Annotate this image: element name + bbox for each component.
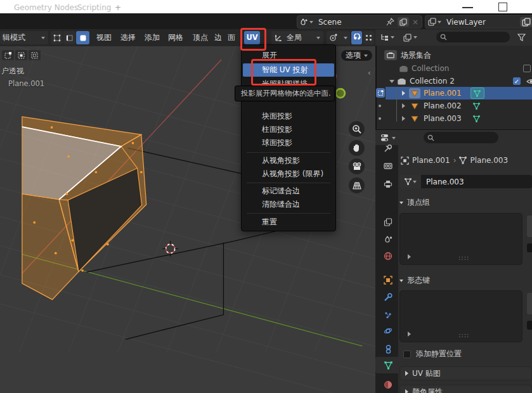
tab-view-layer[interactable]	[382, 216, 394, 228]
add-workspace-button[interactable]: +	[111, 0, 125, 16]
outliner-search-input[interactable]	[436, 32, 510, 42]
menu-item-mark-seam[interactable]: 标记缝合边	[243, 184, 334, 198]
properties-search-input[interactable]	[424, 132, 498, 143]
menu-uv[interactable]: UV	[244, 31, 260, 44]
vertex-group-specials-button[interactable]	[527, 243, 532, 252]
face-select-mode-button[interactable]	[76, 31, 89, 44]
mode-dropdown[interactable]: 辑模式	[0, 31, 48, 44]
mesh-data-icon[interactable]	[470, 101, 483, 111]
menu-item-smart-uv-project[interactable]: 智能 UV 投射	[243, 63, 334, 77]
new-viewlayer-button[interactable]	[520, 17, 532, 27]
viewlayer-selector[interactable]: ViewLayer	[425, 15, 532, 29]
mesh-name-input[interactable]: Plane.003	[421, 175, 532, 188]
mesh-data-icon[interactable]	[470, 113, 483, 124]
transform-orientation-dropdown[interactable]: 全局	[271, 31, 323, 44]
pan-hand-button[interactable]	[349, 140, 365, 156]
menu-mesh[interactable]: 网格	[168, 31, 183, 44]
tab-material[interactable]	[382, 378, 394, 391]
proportional-editing-button[interactable]	[363, 31, 374, 44]
rest-position-checkbox[interactable]	[403, 351, 411, 358]
pivot-point-dropdown[interactable]	[327, 31, 350, 44]
minimize-button[interactable]	[462, 7, 473, 8]
maximize-button[interactable]	[498, 3, 507, 11]
tab-world[interactable]	[382, 250, 394, 262]
outliner-row-plane-003[interactable]: Plane.003	[402, 112, 532, 125]
vertex-group-add-remove-buttons[interactable]	[527, 216, 532, 237]
tab-geometry-nodes[interactable]: Geometry Nodes	[10, 0, 82, 16]
viewport-options-dropdown[interactable]: 选项	[341, 50, 372, 61]
sidebar-collapse-arrow[interactable]: ‹	[368, 68, 371, 77]
scene-selector[interactable]: Scene ×	[297, 15, 422, 29]
outliner-filter-funnel-button[interactable]	[517, 32, 526, 43]
snap-toggle-button[interactable]	[351, 31, 362, 44]
disclosure-closed-icon[interactable]	[402, 116, 405, 121]
uv-maps-panel-header[interactable]: UV 贴图	[399, 366, 532, 380]
outliner-row-scene-collection[interactable]: 场景集合	[384, 49, 531, 61]
outliner-row-collection-2[interactable]: Collection 2 ✓	[389, 75, 532, 87]
edge-select-mode-button[interactable]	[63, 31, 75, 44]
select-box-extend-tool[interactable]	[15, 50, 27, 60]
menu-item-cube-projection[interactable]: 块面投影	[243, 110, 334, 123]
select-box-subtract-tool[interactable]	[29, 50, 41, 60]
zoom-button[interactable]	[349, 121, 365, 137]
vertex-groups-panel-header[interactable]: 顶点组	[399, 197, 430, 208]
list-filter-toggle-icon[interactable]	[408, 332, 411, 337]
tab-object[interactable]	[382, 274, 394, 287]
outliner-row-plane-002[interactable]: Plane.002	[402, 100, 532, 112]
breadcrumb-object[interactable]: Plane.001	[412, 156, 450, 165]
collection-include-checkbox[interactable]: ✓	[513, 77, 521, 85]
outliner-display-mode-dropdown[interactable]	[380, 32, 394, 43]
outliner-row-plane-001[interactable]: Plane.001	[402, 87, 532, 100]
tab-particles[interactable]	[382, 309, 394, 321]
menu-item-reset[interactable]: 重置	[243, 216, 334, 229]
edit-mode-badge-icon[interactable]	[376, 88, 385, 98]
select-box-new-tool[interactable]	[2, 50, 14, 60]
menu-vertex[interactable]: 顶点	[193, 31, 208, 44]
tab-object-data[interactable]	[382, 359, 394, 371]
menu-item-project-from-view[interactable]: 从视角投影	[243, 154, 334, 167]
menu-item-project-from-view-bounds[interactable]: 从视角投影 (限界)	[243, 167, 334, 181]
list-filter-toggle-icon[interactable]	[408, 254, 411, 259]
tab-modifiers[interactable]	[382, 291, 394, 304]
menu-item-sphere-projection[interactable]: 球面投影	[243, 136, 334, 150]
collection-exclude-checkbox[interactable]	[523, 65, 531, 72]
menu-item-clear-seam[interactable]: 清除缝合边	[243, 198, 334, 211]
menu-edge[interactable]: 边	[214, 31, 222, 44]
new-scene-button[interactable]	[398, 17, 409, 27]
mesh-data-icon[interactable]	[470, 87, 484, 99]
list-resize-grip[interactable]: ::::	[458, 332, 469, 338]
tab-physics[interactable]	[382, 325, 394, 337]
outliner-row-collection[interactable]: Collection	[399, 62, 532, 75]
shape-keys-list[interactable]: ::::	[399, 290, 522, 342]
tab-render[interactable]	[382, 160, 394, 172]
disclosure-closed-icon[interactable]	[402, 91, 405, 96]
toggle-grid-button[interactable]	[349, 177, 365, 193]
tab-scene[interactable]	[382, 233, 394, 245]
tab-output[interactable]	[382, 177, 394, 190]
vertex-groups-list[interactable]: ::::	[399, 213, 522, 265]
list-resize-grip[interactable]: ::::	[458, 254, 469, 261]
color-attributes-panel-header[interactable]: 颜色属性	[399, 385, 532, 393]
tab-scripting[interactable]: Scripting	[74, 0, 115, 16]
outliner-filter-dropdown[interactable]	[403, 32, 417, 43]
mesh-datablock-dropdown[interactable]	[399, 175, 421, 188]
disclosure-closed-icon[interactable]	[402, 103, 405, 108]
menu-face[interactable]: 面	[228, 31, 235, 44]
pin-icon[interactable]	[386, 18, 394, 26]
menu-item-cylinder-projection[interactable]: 柱面投影	[243, 123, 334, 136]
menu-add[interactable]: 添加	[145, 31, 160, 44]
eye-icon[interactable]	[526, 78, 532, 85]
tab-tool[interactable]	[382, 142, 394, 155]
tab-constraints[interactable]	[382, 343, 394, 356]
shape-key-add-remove-buttons[interactable]	[527, 293, 532, 314]
shape-key-specials-button[interactable]	[527, 321, 532, 330]
menu-item-unwrap[interactable]: 展开	[243, 49, 334, 62]
menu-view[interactable]: 视图	[96, 31, 112, 44]
breadcrumb-data[interactable]: Plane.003	[470, 156, 508, 165]
unlink-scene-button[interactable]: ×	[412, 18, 418, 27]
shape-keys-panel-header[interactable]: 形态键	[399, 275, 430, 286]
disclosure-open-icon[interactable]	[389, 80, 394, 83]
menu-item-lightmap-pack[interactable]: 光照贴图拼排	[243, 77, 334, 86]
menu-select[interactable]: 选择	[120, 31, 136, 44]
vertex-select-mode-button[interactable]	[51, 31, 63, 44]
